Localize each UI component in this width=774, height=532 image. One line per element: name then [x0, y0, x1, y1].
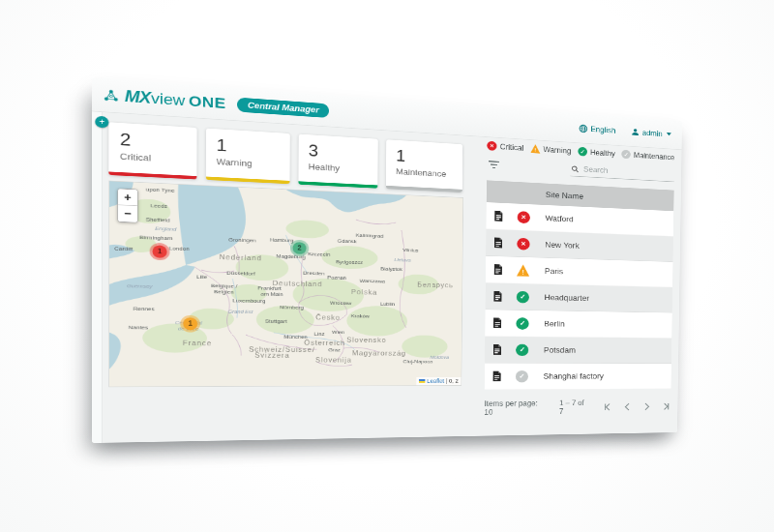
critical-status-icon	[517, 237, 529, 250]
map-label: Slovenija	[315, 357, 352, 365]
status-card-critical[interactable]: 2Critical	[108, 122, 196, 179]
legend-item-critical[interactable]: Critical	[487, 141, 523, 153]
site-name: Potsdam	[544, 345, 576, 354]
logo-one: ONE	[189, 93, 226, 112]
card-count: 1	[217, 135, 290, 159]
content-area: + 2Critical1Warning3Healthy1Maintenance	[92, 111, 682, 443]
map-panel[interactable]: upon TyneLeedsSheffieldEnglandBirmingham…	[108, 181, 463, 388]
table-toolbar	[487, 159, 674, 182]
map-label: Stuttgart	[265, 318, 287, 325]
cluster-count: 1	[158, 248, 163, 255]
map-label: Vilnius	[402, 247, 418, 252]
legend-item-healthy[interactable]: Healthy	[578, 147, 615, 159]
page-background: MXview ONE Central Manager English	[0, 0, 774, 532]
chevron-right-icon	[642, 402, 651, 411]
globe-icon	[579, 124, 587, 133]
map-label: Lublin	[380, 301, 396, 307]
header-actions: English admin	[579, 124, 671, 138]
document-icon	[492, 371, 501, 382]
legend-item-maintenance[interactable]: Maintenance	[621, 150, 674, 163]
maintenance-status-icon	[516, 370, 528, 382]
site-name: Paris	[545, 266, 563, 276]
map-label: Leeds	[151, 202, 167, 209]
status-card-warning[interactable]: 1Warning	[206, 129, 290, 185]
page-range-label: 1 – 7 of 7	[559, 399, 588, 415]
site-name-column-header: Site Name	[546, 190, 583, 200]
map-label: Düsseldorf	[226, 270, 255, 277]
map-label: France	[183, 340, 212, 347]
filter-icon	[488, 160, 499, 169]
first-page-icon	[603, 402, 612, 411]
filter-button[interactable]	[487, 159, 501, 172]
last-page-icon	[662, 401, 670, 410]
last-page-button[interactable]	[662, 401, 670, 410]
map-label: Dresden	[303, 270, 325, 276]
healthy-status-icon	[516, 317, 528, 330]
ukraine-flag-icon	[419, 379, 425, 383]
map-label: Wien	[332, 329, 345, 335]
map-label: Moldova	[430, 355, 449, 360]
site-table-body: WatfordNew YorkParisHeadquarterBerlinPot…	[485, 202, 674, 390]
site-row-potsdam[interactable]: Potsdam	[485, 337, 671, 364]
site-row-shanghai-factory[interactable]: Shanghai factory	[485, 363, 671, 390]
document-icon	[493, 237, 502, 248]
card-label: Maintenance	[396, 166, 462, 179]
attribution-text: | 0, 2	[446, 378, 459, 384]
critical-status-icon	[518, 211, 530, 223]
map-label: Česko	[315, 313, 340, 322]
map-label: Svizzera	[254, 352, 289, 360]
site-name: Shanghai factory	[544, 371, 604, 380]
card-accent-bar	[386, 186, 462, 192]
critical-icon	[487, 141, 496, 151]
site-name: Berlin	[544, 319, 565, 329]
language-selector[interactable]: English	[579, 124, 615, 134]
map-label: Slovensko	[346, 337, 386, 344]
zoom-in-button[interactable]: +	[118, 189, 137, 206]
next-page-button[interactable]	[642, 402, 651, 411]
map-label: Szczecin	[308, 251, 331, 257]
logo-mx: MX	[125, 87, 150, 106]
maintenance-icon	[621, 150, 630, 160]
document-icon	[492, 344, 501, 355]
map-label: Polska	[351, 288, 377, 296]
user-menu[interactable]: admin	[632, 128, 671, 138]
leaflet-link[interactable]: Leaflet	[427, 378, 444, 384]
legend-item-warning[interactable]: Warning	[530, 144, 571, 156]
site-row-headquarter[interactable]: Headquarter	[486, 282, 672, 312]
warning-status-icon	[517, 264, 529, 277]
status-card-healthy[interactable]: 3Healthy	[298, 134, 378, 189]
card-accent-bar	[206, 177, 289, 185]
app-window: MXview ONE Central Manager English	[92, 77, 682, 443]
status-card-maintenance[interactable]: 1Maintenance	[386, 139, 462, 192]
map-label: Lille	[196, 274, 208, 280]
map-label: Sheffield	[146, 216, 170, 222]
items-per-page-label: Items per page: 10	[484, 399, 544, 417]
document-icon	[493, 291, 502, 302]
card-label: Healthy	[309, 162, 378, 175]
map-label: Cardiff	[114, 245, 133, 251]
first-page-button[interactable]	[603, 402, 612, 411]
zoom-out-button[interactable]: −	[118, 205, 137, 222]
map-label: Linz	[314, 331, 325, 337]
legend-label: Healthy	[590, 148, 615, 158]
sites-panel: CriticalWarningHealthyMaintenance	[484, 141, 674, 417]
sidebar-expand-button[interactable]: +	[95, 116, 108, 129]
collapsed-sidebar-rail	[92, 111, 103, 443]
card-accent-bar	[108, 171, 196, 179]
document-icon	[493, 264, 502, 275]
map-label: am Main	[260, 290, 283, 296]
document-icon	[492, 317, 501, 328]
search-box	[570, 163, 674, 182]
card-label: Warning	[217, 157, 290, 170]
central-manager-badge: Central Manager	[237, 97, 329, 117]
pagination-nav	[603, 401, 670, 411]
previous-page-button[interactable]	[623, 402, 632, 411]
search-input[interactable]	[582, 164, 673, 179]
map-label: Nantes	[129, 324, 148, 330]
chevron-left-icon	[623, 402, 632, 411]
map-label: Gdańsk	[338, 238, 358, 245]
map-label: London	[169, 245, 191, 251]
healthy-status-icon	[517, 290, 529, 303]
card-label: Critical	[120, 151, 196, 165]
site-row-berlin[interactable]: Berlin	[485, 310, 671, 339]
